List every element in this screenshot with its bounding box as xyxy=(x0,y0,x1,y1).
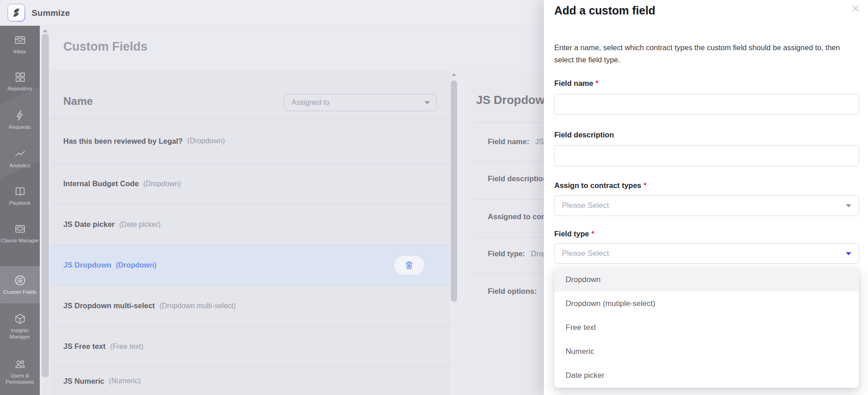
chevron-down-icon xyxy=(425,101,430,104)
close-icon xyxy=(851,4,860,13)
sidebar-item-clause-manager[interactable]: Clause Manager xyxy=(0,223,40,264)
field-name-label: Field name* xyxy=(554,79,599,88)
page-title: Custom Fields xyxy=(63,40,147,54)
list-item-has-this-been-reviewed[interactable]: Has this been reviewed by Legal? (Dropdo… xyxy=(50,118,450,163)
field-name-text: JS Dropdown multi-select xyxy=(63,301,155,310)
field-type-text: (Date picker) xyxy=(119,221,161,229)
sidebar-item-label: Playbook xyxy=(9,200,30,206)
label-text: Assign to contract types xyxy=(554,181,642,189)
list-item-js-date-picker[interactable]: JS Date picker (Date picker) xyxy=(50,204,450,245)
drawer-description: Enter a name, select which contract type… xyxy=(554,42,840,66)
assigned-to-placeholder: Assigned to xyxy=(292,99,425,107)
list-item-js-dropdown-selected[interactable]: JS Dropdown (Dropdown) xyxy=(50,245,450,285)
required-asterisk: * xyxy=(595,79,598,87)
label-text: Field description xyxy=(554,131,614,139)
field-type-label: Field type* xyxy=(554,230,594,238)
close-drawer-button[interactable] xyxy=(850,3,860,13)
field-type-text: (Dropdown) xyxy=(187,137,225,145)
sidebar-item-insights-manager[interactable]: Insights Manager xyxy=(0,313,40,354)
summize-s-icon xyxy=(10,7,22,19)
option-dropdown-multiple-select[interactable]: Dropdown (mutiple-select) xyxy=(554,292,859,315)
field-type-dropdown-panel: Dropdown Dropdown (mutiple-select) Free … xyxy=(554,268,859,388)
field-type-text: (Numeric) xyxy=(109,377,141,385)
list-scrollbar[interactable] xyxy=(450,70,458,395)
field-name-text: JS Dropdown xyxy=(63,261,111,269)
sidebar-item-label: Repository xyxy=(8,85,33,92)
sidebar-item-label: Analytics xyxy=(9,162,30,169)
book-icon xyxy=(14,185,26,198)
chevron-down-icon-active xyxy=(846,252,851,255)
scrollbar-up-arrow-icon[interactable] xyxy=(452,73,456,76)
list-item-internal-budget-code[interactable]: Internal Budget Code (Dropdown) xyxy=(50,163,450,204)
field-name-text: JS Date picker xyxy=(63,220,115,229)
field-name-text: Internal Budget Code xyxy=(63,179,139,188)
required-asterisk: * xyxy=(644,181,646,189)
name-column-header: Name xyxy=(63,95,93,108)
brand-name: Summize xyxy=(32,0,70,26)
sidebar-item-label: Clause Manager xyxy=(1,237,39,244)
sidebar: Inbox Repository Requests Analytics Play… xyxy=(0,26,40,395)
list-scrollbar-thumb[interactable] xyxy=(451,80,457,302)
custom-fields-list-panel: Name Assigned to Has this been reviewed … xyxy=(50,70,450,395)
label-text: Field name xyxy=(554,79,593,87)
option-dropdown[interactable]: Dropdown xyxy=(554,268,859,292)
chart-line-icon xyxy=(14,148,26,160)
detail-label: Field options: xyxy=(488,287,537,296)
field-name-text: Has this been reviewed by Legal? xyxy=(63,137,183,146)
summize-logo[interactable] xyxy=(7,4,25,22)
select-placeholder: Please Select xyxy=(562,201,846,210)
detail-field-options-row: Field options: xyxy=(488,287,542,296)
sidebar-item-label: Inbox xyxy=(14,48,26,55)
option-free-text[interactable]: Free text xyxy=(554,315,859,339)
assign-to-contract-types-label: Assign to contract types* xyxy=(554,181,646,190)
trash-icon xyxy=(404,260,414,270)
field-name-text: JS Numeric xyxy=(63,377,104,386)
assigned-to-filter-select[interactable]: Assigned to xyxy=(284,94,437,111)
select-placeholder: Please Select xyxy=(562,249,846,258)
field-name-input[interactable] xyxy=(554,94,859,115)
bolt-icon xyxy=(14,109,26,122)
sidebar-item-label: Requests xyxy=(9,124,31,130)
detail-title: JS Dropdown xyxy=(476,93,552,107)
cube-icon xyxy=(14,313,26,325)
list-item-js-numeric[interactable]: JS Numeric (Numeric) xyxy=(50,367,450,395)
sidebar-item-custom-fields[interactable]: Custom Fields xyxy=(0,266,40,303)
chevron-down-icon xyxy=(846,204,851,207)
assign-to-contract-types-select[interactable]: Please Select xyxy=(554,195,859,216)
add-custom-field-drawer: Add a custom field Enter a name, select … xyxy=(544,0,868,395)
list-circle-icon xyxy=(14,274,26,287)
sidebar-item-label: Insights Manager xyxy=(0,327,40,340)
summize-logo-mark xyxy=(8,5,24,21)
users-icon xyxy=(14,358,26,370)
field-name-text: JS Free text xyxy=(63,342,106,351)
list-item-js-free-text[interactable]: JS Free text (Free text) xyxy=(50,326,450,367)
inbox-icon xyxy=(14,34,26,46)
sidebar-item-label: Custom Fields xyxy=(3,289,37,295)
field-type-select[interactable]: Please Select xyxy=(554,243,859,264)
option-date-picker[interactable]: Date picker xyxy=(554,364,859,388)
drawer-icon xyxy=(14,223,26,235)
list-item-js-dropdown-multi-select[interactable]: JS Dropdown multi-select (Dropdown multi… xyxy=(50,285,450,326)
scrollbar-up-arrow-icon[interactable] xyxy=(43,29,47,32)
detail-label: Field name: xyxy=(488,137,529,146)
main-scrollbar[interactable] xyxy=(41,26,50,395)
label-text: Field type xyxy=(554,230,589,238)
sidebar-item-repository[interactable]: Repository xyxy=(0,71,40,106)
sidebar-item-label: Users & Permissions xyxy=(0,372,40,385)
field-description-input[interactable] xyxy=(554,145,859,166)
delete-field-button[interactable] xyxy=(394,256,424,275)
field-type-text: (Dropdown multi-select) xyxy=(160,302,236,310)
field-type-text: (Dropdown) xyxy=(143,180,181,188)
grid-icon xyxy=(14,71,26,83)
field-description-label: Field description xyxy=(554,131,614,139)
sidebar-item-playbook[interactable]: Playbook xyxy=(0,185,40,221)
sidebar-item-inbox[interactable]: Inbox xyxy=(0,34,40,69)
option-numeric[interactable]: Numeric xyxy=(554,340,859,364)
sidebar-item-requests[interactable]: Requests xyxy=(0,109,40,145)
detail-label: Field description: xyxy=(488,174,550,183)
sidebar-item-users-permissions[interactable]: Users & Permissions xyxy=(0,358,40,395)
main-scrollbar-thumb[interactable] xyxy=(42,34,49,377)
field-type-text: (Dropdown) xyxy=(116,261,156,269)
required-asterisk: * xyxy=(591,230,594,238)
sidebar-item-analytics[interactable]: Analytics xyxy=(0,148,40,183)
